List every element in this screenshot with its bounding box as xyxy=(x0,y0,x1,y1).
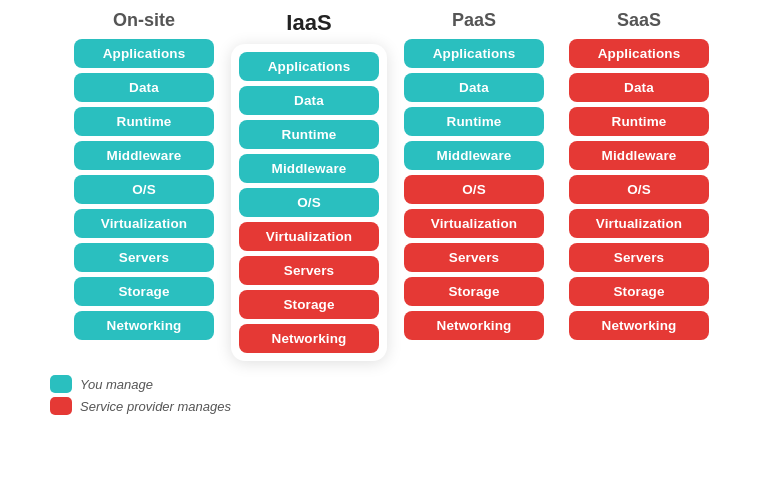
pill-iaas-networking: Networking xyxy=(239,324,379,353)
pill-iaas-applications: Applications xyxy=(239,52,379,81)
pill-saas-middleware: Middleware xyxy=(569,141,709,170)
column-header-on-site: On-site xyxy=(113,10,175,31)
pill-saas-servers: Servers xyxy=(569,243,709,272)
pill-saas-o-s: O/S xyxy=(569,175,709,204)
pill-iaas-data: Data xyxy=(239,86,379,115)
pill-saas-data: Data xyxy=(569,73,709,102)
column-paas: PaaSApplicationsDataRuntimeMiddlewareO/S… xyxy=(397,10,552,340)
main-container: On-siteApplicationsDataRuntimeMiddleware… xyxy=(0,0,783,500)
legend-box-red xyxy=(50,397,72,415)
pill-on-site-data: Data xyxy=(74,73,214,102)
pill-paas-applications: Applications xyxy=(404,39,544,68)
pill-on-site-virtualization: Virtualization xyxy=(74,209,214,238)
pill-iaas-virtualization: Virtualization xyxy=(239,222,379,251)
legend-label-cyan: You manage xyxy=(80,377,153,392)
pill-paas-runtime: Runtime xyxy=(404,107,544,136)
columns-wrapper: On-siteApplicationsDataRuntimeMiddleware… xyxy=(20,10,763,361)
pill-saas-storage: Storage xyxy=(569,277,709,306)
pill-paas-storage: Storage xyxy=(404,277,544,306)
pill-paas-networking: Networking xyxy=(404,311,544,340)
pill-paas-middleware: Middleware xyxy=(404,141,544,170)
legend-item-cyan: You manage xyxy=(50,375,231,393)
legend-box-cyan xyxy=(50,375,72,393)
pill-on-site-storage: Storage xyxy=(74,277,214,306)
column-saas: SaaSApplicationsDataRuntimeMiddlewareO/S… xyxy=(562,10,717,340)
column-header-saas: SaaS xyxy=(617,10,661,31)
legend: You manageService provider manages xyxy=(50,375,231,415)
pill-paas-virtualization: Virtualization xyxy=(404,209,544,238)
pill-saas-networking: Networking xyxy=(569,311,709,340)
column-on-site: On-siteApplicationsDataRuntimeMiddleware… xyxy=(67,10,222,340)
pill-saas-virtualization: Virtualization xyxy=(569,209,709,238)
pill-paas-servers: Servers xyxy=(404,243,544,272)
pill-iaas-o-s: O/S xyxy=(239,188,379,217)
pill-iaas-middleware: Middleware xyxy=(239,154,379,183)
legend-label-red: Service provider manages xyxy=(80,399,231,414)
pill-on-site-runtime: Runtime xyxy=(74,107,214,136)
column-header-paas: PaaS xyxy=(452,10,496,31)
legend-item-red: Service provider manages xyxy=(50,397,231,415)
pill-paas-o-s: O/S xyxy=(404,175,544,204)
pill-iaas-servers: Servers xyxy=(239,256,379,285)
pill-iaas-storage: Storage xyxy=(239,290,379,319)
column-iaas: IaaSApplicationsDataRuntimeMiddlewareO/S… xyxy=(232,10,387,361)
pill-on-site-networking: Networking xyxy=(74,311,214,340)
pill-on-site-applications: Applications xyxy=(74,39,214,68)
iaas-wrapper: ApplicationsDataRuntimeMiddlewareO/SVirt… xyxy=(231,44,387,361)
pill-saas-runtime: Runtime xyxy=(569,107,709,136)
column-header-iaas: IaaS xyxy=(286,10,331,36)
pill-iaas-runtime: Runtime xyxy=(239,120,379,149)
pill-saas-applications: Applications xyxy=(569,39,709,68)
pill-on-site-middleware: Middleware xyxy=(74,141,214,170)
pill-on-site-servers: Servers xyxy=(74,243,214,272)
pill-paas-data: Data xyxy=(404,73,544,102)
pill-on-site-o-s: O/S xyxy=(74,175,214,204)
